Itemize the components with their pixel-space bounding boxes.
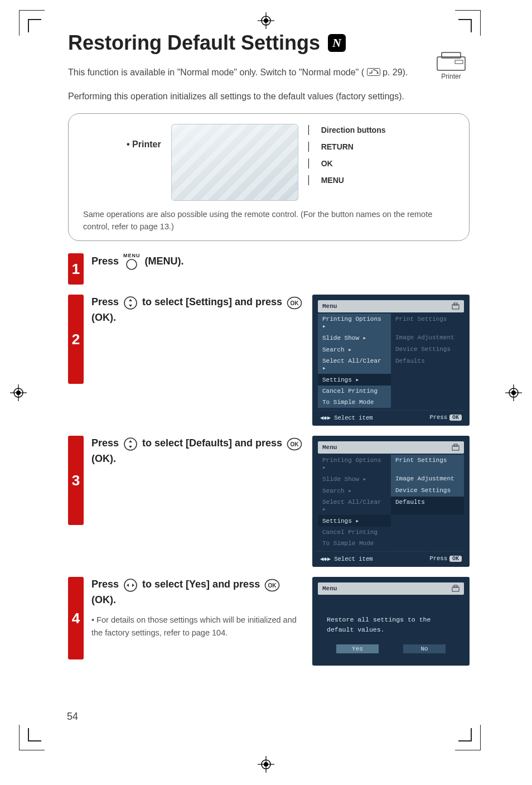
- step-text: Press: [91, 296, 122, 307]
- step-text: (MENU).: [145, 256, 184, 267]
- osd-item: Device Settings: [391, 344, 464, 355]
- osd-item: Search ▸: [318, 485, 391, 497]
- page-title: Restoring Default Settings N: [68, 31, 470, 55]
- svg-text:OK: OK: [268, 582, 277, 589]
- printer-context-icon: Printer: [436, 51, 466, 80]
- step-2: 2 Press to select [Settings] and press O…: [68, 295, 470, 426]
- step-number: 3: [68, 436, 84, 525]
- crop-mark: [458, 19, 472, 32]
- crop-mark: [28, 19, 41, 32]
- osd-footer-left: ◀◆▶ Select item: [320, 414, 373, 421]
- step-3: 3 Press to select [Defaults] and press O…: [68, 436, 470, 567]
- svg-point-21: [124, 297, 137, 309]
- printer-bullet-label: • Printer: [127, 139, 161, 150]
- osd-footer-left: ◀◆▶ Select item: [320, 555, 373, 562]
- svg-text:OK: OK: [291, 441, 299, 447]
- osd-item: Cancel Printing: [318, 527, 391, 538]
- step-text: to select [Settings] and press: [142, 296, 285, 307]
- osd-item: Image Adjustment: [391, 332, 464, 344]
- osd-screenshot-confirm: Menu Restore all settings to the default…: [312, 577, 470, 666]
- osd-item: Slide Show ▸: [318, 473, 391, 485]
- intro-paragraph-1: This function is available in "Normal mo…: [68, 66, 470, 80]
- registration-mark: [505, 384, 522, 401]
- intro-text: p. 29).: [383, 68, 408, 77]
- svg-point-15: [511, 391, 516, 395]
- ok-button-icon: OK: [287, 437, 302, 451]
- osd-item: Slide Show ▸: [318, 332, 391, 344]
- osd-item-selected: Defaults: [391, 497, 464, 515]
- ok-button-icon: OK: [287, 296, 302, 310]
- osd-item: Cancel Printing: [318, 386, 391, 397]
- updown-button-icon: [123, 296, 138, 310]
- osd-item: Settings ▸: [318, 515, 391, 527]
- printer-context-label: Printer: [441, 73, 461, 80]
- crop-mark: [458, 728, 472, 741]
- button-callouts: Direction buttons RETURN OK MENU: [308, 125, 386, 185]
- osd-ok-badge: OK: [449, 415, 462, 421]
- svg-point-3: [264, 18, 268, 23]
- svg-point-20: [127, 259, 137, 269]
- osd-item: Select All/Clear ▸: [318, 497, 391, 515]
- printer-diagram-panel: • Printer Direction buttons RETURN OK ME…: [68, 113, 470, 242]
- callout-direction-buttons: Direction buttons: [308, 125, 386, 135]
- step-text: (OK).: [91, 312, 116, 323]
- page-number: 54: [67, 711, 78, 723]
- callout-menu: MENU: [308, 175, 386, 185]
- step-text: to select [Defaults] and press: [142, 437, 285, 449]
- diagram-note: Same operations are also possible using …: [83, 209, 454, 233]
- osd-ok-badge: OK: [449, 556, 462, 562]
- step-4: 4 Press to select [Yes] and press OK (OK…: [68, 577, 470, 666]
- osd-item: Search ▸: [318, 344, 391, 355]
- svg-rect-18: [455, 60, 463, 64]
- osd-item-selected: Settings ▸: [318, 374, 391, 386]
- osd-item: Printing Options ▸: [318, 314, 391, 332]
- print-status-icon: [452, 585, 460, 593]
- intro-paragraph-2: Performing this operation initializes al…: [68, 90, 470, 103]
- printer-photo-illustration: [171, 124, 298, 201]
- osd-item: Print Settings: [391, 455, 464, 473]
- updown-button-icon: [123, 437, 138, 451]
- step-text: (OK).: [91, 594, 116, 605]
- osd-title: Menu: [322, 585, 337, 592]
- leftright-button-icon: [123, 578, 138, 593]
- osd-yes-button: Yes: [336, 644, 379, 653]
- svg-text:OK: OK: [291, 300, 299, 306]
- svg-point-11: [16, 391, 21, 395]
- svg-point-31: [124, 579, 137, 591]
- normal-mode-badge: N: [328, 34, 346, 52]
- osd-item: Print Settings: [391, 314, 464, 332]
- osd-item: To Simple Mode: [318, 538, 391, 549]
- step-text: Press: [91, 437, 122, 449]
- osd-screenshot-settings: Menu Printing Options ▸Print Settings Sl…: [312, 295, 470, 426]
- registration-mark: [258, 756, 274, 773]
- ok-button-icon: OK: [264, 579, 280, 592]
- step-text: (OK).: [91, 453, 116, 464]
- osd-title: Menu: [322, 303, 337, 310]
- osd-screenshot-defaults: Menu Printing Options ▸Print Settings Sl…: [312, 436, 470, 567]
- registration-mark: [10, 384, 27, 401]
- title-text: Restoring Default Settings: [68, 31, 320, 55]
- osd-footer-right: Press: [429, 414, 447, 421]
- svg-point-26: [124, 438, 137, 450]
- crop-mark: [28, 728, 41, 741]
- print-status-icon: [452, 444, 460, 451]
- callout-ok: OK: [308, 158, 386, 168]
- osd-no-button: No: [403, 644, 446, 653]
- intro-text: This function is available in "Normal mo…: [68, 68, 364, 77]
- step-number: 1: [68, 253, 84, 285]
- callout-return: RETURN: [308, 142, 386, 152]
- osd-item: Image Adjustment: [391, 473, 464, 485]
- step-number: 2: [68, 295, 84, 384]
- pointer-icon: [367, 66, 380, 80]
- osd-title: Menu: [322, 444, 337, 451]
- svg-point-7: [264, 762, 268, 767]
- step-text: Press: [91, 579, 122, 590]
- osd-footer-right: Press: [429, 555, 447, 562]
- step-1: 1 Press MENU (MENU).: [68, 253, 470, 285]
- osd-item: To Simple Mode: [318, 397, 391, 408]
- osd-item: Defaults: [391, 355, 464, 374]
- osd-item: Printing Options ▸: [318, 455, 391, 473]
- osd-item: Select All/Clear ▸: [318, 355, 391, 374]
- step-subnote: • For details on those settings which wi…: [91, 614, 304, 639]
- osd-item: Device Settings: [391, 485, 464, 497]
